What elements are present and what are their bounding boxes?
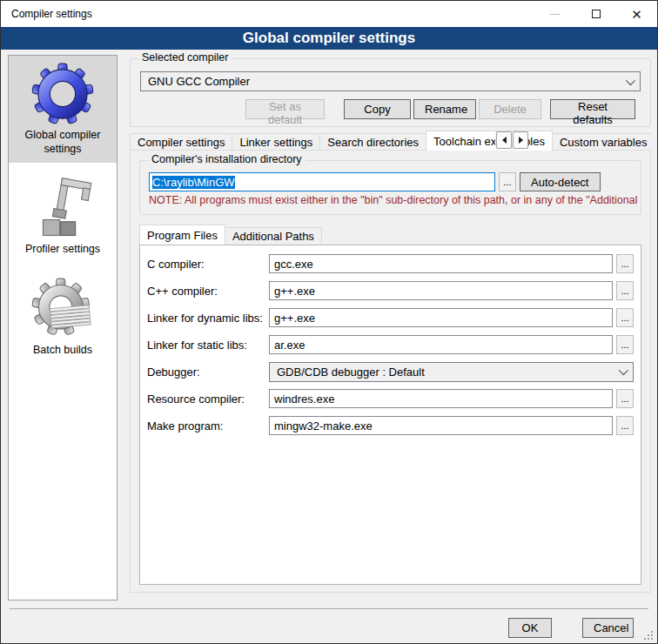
tab-additional-paths[interactable]: Additional Paths	[225, 227, 322, 245]
resource-compiler-input[interactable]	[269, 389, 613, 408]
minimize-button[interactable]	[534, 1, 575, 27]
linker-dynamic-browse-button[interactable]: ...	[616, 308, 634, 327]
debugger-label: Debugger:	[147, 366, 269, 379]
resource-compiler-label: Resource compiler:	[147, 392, 269, 406]
ok-button[interactable]: OK	[508, 618, 552, 638]
sidebar-item-label: Global compiler settings	[10, 129, 115, 156]
tab-custom-variables[interactable]: Custom variables	[552, 133, 651, 151]
set-as-default-button[interactable]: Set as default	[245, 99, 325, 119]
install-dir-input[interactable]: C:\raylib\MinGW	[149, 172, 495, 191]
debugger-select[interactable]: GDB/CDB debugger : Default	[269, 362, 634, 382]
selected-compiler-group: Selected compiler GNU GCC Compiler Set a…	[130, 58, 651, 127]
sidebar-item-profiler-settings[interactable]: Profiler settings	[9, 170, 117, 264]
arrow-right-icon	[519, 137, 523, 144]
form-row-linker-dynamic: Linker for dynamic libs: ...	[147, 308, 634, 327]
make-program-input[interactable]	[269, 416, 613, 435]
program-files-tab-strip: Program Files Additional Paths	[139, 225, 321, 245]
window-title: Compiler settings	[11, 8, 92, 20]
installation-directory-legend: Compiler's installation directory	[148, 153, 306, 165]
sidebar-item-global-compiler-settings[interactable]: Global compiler settings	[9, 56, 117, 163]
form-row-debugger: Debugger: GDB/CDB debugger : Default	[147, 362, 634, 381]
form-row-make-program: Make program: ...	[147, 416, 634, 435]
caliper-icon	[31, 177, 94, 239]
cpp-compiler-label: C++ compiler:	[147, 285, 269, 298]
sidebar-item-label: Batch builds	[33, 344, 92, 358]
maximize-button[interactable]	[575, 1, 616, 27]
tab-scroll-left-button[interactable]	[496, 131, 512, 149]
sidebar-item-label: Profiler settings	[25, 243, 100, 257]
tab-linker-settings[interactable]: Linker settings	[232, 133, 320, 151]
c-compiler-input[interactable]	[269, 254, 613, 273]
compiler-settings-dialog: Compiler settings ✕ Global compiler sett…	[0, 0, 658, 644]
close-icon: ✕	[631, 8, 642, 21]
copy-button[interactable]: Copy	[344, 99, 411, 119]
install-dir-browse-button[interactable]: ...	[499, 172, 516, 191]
tab-program-files[interactable]: Program Files	[139, 225, 225, 245]
linker-static-browse-button[interactable]: ...	[616, 335, 634, 354]
gear-blue-icon	[31, 63, 94, 125]
program-files-panel: C compiler: ... C++ compiler: ... Linker…	[139, 245, 641, 585]
cpp-compiler-browse-button[interactable]: ...	[616, 281, 634, 300]
install-dir-note: NOTE: All programs must exist either in …	[149, 194, 641, 206]
page-title: Global compiler settings	[1, 27, 657, 50]
make-program-browse-button[interactable]: ...	[616, 416, 634, 435]
compiler-select-value: GNU GCC Compiler	[148, 75, 626, 88]
compiler-select[interactable]: GNU GCC Compiler	[140, 71, 641, 91]
tab-scroll-arrows	[495, 131, 528, 149]
minimize-icon	[550, 14, 560, 15]
footer: OK Cancel	[1, 616, 657, 639]
window-controls: ✕	[534, 1, 657, 27]
tab-compiler-settings[interactable]: Compiler settings	[130, 133, 232, 151]
linker-static-label: Linker for static libs:	[147, 339, 269, 352]
c-compiler-label: C compiler:	[147, 258, 269, 271]
title-bar: Compiler settings ✕	[1, 1, 657, 27]
chevron-down-icon	[626, 75, 635, 84]
form-row-cpp-compiler: C++ compiler: ...	[147, 281, 634, 300]
sidebar-item-batch-builds[interactable]: Batch builds	[9, 271, 117, 365]
settings-tab-strip: Compiler settings Linker settings Search…	[130, 131, 651, 151]
selected-compiler-legend: Selected compiler	[138, 51, 232, 64]
resource-compiler-browse-button[interactable]: ...	[616, 389, 634, 408]
close-button[interactable]: ✕	[616, 1, 657, 27]
c-compiler-browse-button[interactable]: ...	[616, 254, 634, 273]
tab-toolchain-executables[interactable]: Toolchain executables	[426, 131, 553, 151]
form-row-linker-static: Linker for static libs: ...	[147, 335, 634, 354]
resize-grip[interactable]	[651, 638, 653, 640]
linker-dynamic-input[interactable]	[269, 308, 613, 327]
tab-scroll-right-button[interactable]	[513, 131, 528, 149]
compiler-buttons-row: Set as default Copy Rename Delete Reset …	[140, 99, 645, 119]
form-row-resource-compiler: Resource compiler: ...	[147, 389, 634, 408]
settings-category-list: Global compiler settings Profiler settin…	[8, 55, 118, 600]
maximize-icon	[592, 10, 601, 18]
arrow-left-icon	[502, 137, 507, 144]
install-dir-selected-text: C:\raylib\MinGW	[152, 176, 235, 189]
footer-divider	[10, 608, 648, 609]
installation-directory-group: Compiler's installation directory C:\ray…	[139, 160, 641, 215]
form-row-c-compiler: C compiler: ...	[147, 254, 634, 273]
rename-button[interactable]: Rename	[413, 99, 476, 119]
cpp-compiler-input[interactable]	[269, 281, 613, 300]
chevron-down-icon	[619, 366, 628, 375]
toolchain-executables-page: Compiler's installation directory C:\ray…	[130, 150, 651, 593]
auto-detect-button[interactable]: Auto-detect	[520, 172, 601, 191]
linker-static-input[interactable]	[269, 335, 613, 354]
debugger-select-value: GDB/CDB debugger : Default	[277, 366, 619, 379]
installation-directory-row: C:\raylib\MinGW ... Auto-detect	[149, 172, 632, 191]
cancel-button[interactable]: Cancel	[582, 618, 634, 638]
reset-defaults-button[interactable]: Reset defaults	[550, 99, 635, 119]
tab-search-directories[interactable]: Search directories	[319, 133, 426, 151]
gear-stack-icon	[31, 278, 94, 340]
linker-dynamic-label: Linker for dynamic libs:	[147, 312, 269, 325]
make-program-label: Make program:	[147, 419, 269, 433]
delete-button[interactable]: Delete	[479, 99, 541, 119]
